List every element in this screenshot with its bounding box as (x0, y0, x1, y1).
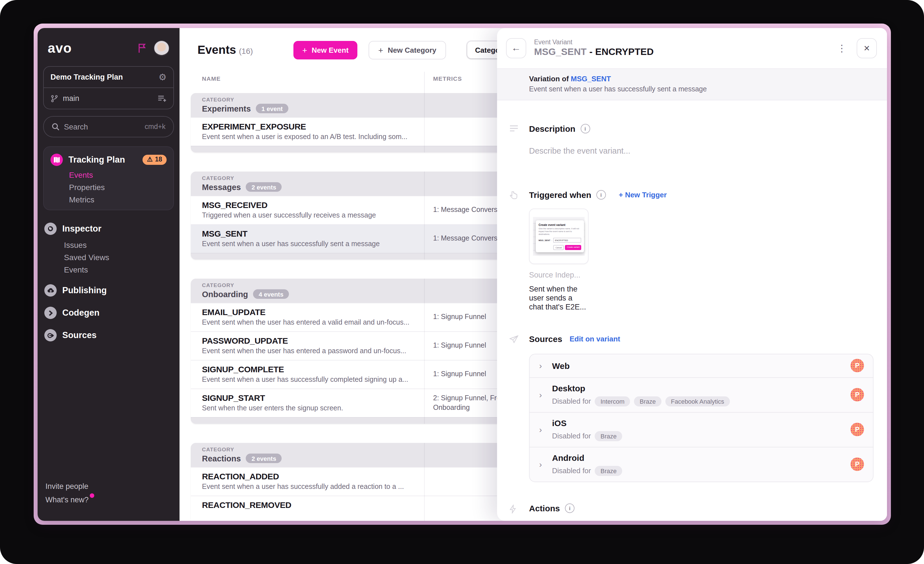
plus-icon: + (378, 45, 384, 55)
branch-icon (51, 94, 58, 102)
event-variant-drawer: ← Event Variant MSG_SENT- ENCRYPTED ⋮ ✕ (497, 28, 887, 521)
category-badge: 1 event (256, 104, 288, 113)
destination-tag: Facebook Analytics (665, 396, 730, 407)
paper-plane-icon (509, 335, 518, 344)
inspector-icon (44, 223, 57, 235)
chevron-right-icon[interactable]: › (539, 390, 542, 400)
sources-section: Sources Edit on variant › Web P (497, 334, 873, 482)
sidebar-item-properties[interactable]: Properties (69, 183, 166, 192)
plus-icon: + (302, 45, 308, 55)
back-button[interactable]: ← (506, 38, 526, 58)
destination-tag: Braze (634, 396, 662, 407)
main-area: Events(16) + New Event + New Category Ca… (180, 28, 887, 521)
sources-label: Sources (529, 334, 562, 344)
whats-new-link[interactable]: What's new? (45, 495, 88, 504)
tracking-plan-icon (51, 154, 63, 166)
sidebar-item-inspector-events[interactable]: Events (64, 265, 173, 274)
warning-icon: ⚠ (147, 156, 153, 164)
notification-dot (90, 494, 94, 498)
category-badge: 2 events (246, 182, 282, 192)
kebab-menu-icon[interactable]: ⋮ (835, 42, 849, 54)
tracking-plan-card: Tracking Plan ⚠ 18 Events Properties Met… (43, 146, 174, 210)
variation-band: Variation of MSG_SENT Event sent when a … (497, 69, 887, 100)
sidebar-item-inspector[interactable]: Inspector (44, 223, 173, 235)
category-badge: 2 events (246, 453, 282, 463)
sidebar-item-tracking-plan[interactable]: Tracking Plan ⚠ 18 (51, 154, 166, 166)
avatar[interactable] (154, 40, 170, 56)
variation-description: Event sent when a user has successfully … (529, 85, 876, 93)
description-section: Description i Describe the event variant… (497, 124, 873, 155)
sidebar-footer: Invite people What's new? (43, 482, 174, 521)
page-title: Events(16) (198, 43, 253, 57)
trigger-thumbnail[interactable]: Create event variant Give the variant a … (529, 209, 588, 264)
sidebar-item-events[interactable]: Events (69, 171, 166, 180)
drawer-title: MSG_SENT- ENCRYPTED (534, 46, 827, 58)
sidebar-item-sources[interactable]: Sources (44, 329, 173, 341)
codegen-label: Codegen (62, 308, 100, 318)
chevron-right-icon[interactable]: › (539, 460, 542, 469)
source-status-badge: P (850, 359, 864, 373)
new-trigger-link[interactable]: + New Trigger (619, 191, 667, 199)
sidebar-item-metrics[interactable]: Metrics (69, 195, 166, 204)
info-icon: i (565, 503, 574, 513)
edit-on-variant-link[interactable]: Edit on variant (569, 335, 620, 343)
drawer-body: Description i Describe the event variant… (497, 100, 887, 521)
new-event-button[interactable]: + New Event (293, 40, 358, 59)
branch-name: main (63, 94, 80, 103)
search-icon (52, 123, 60, 131)
chevron-right-icon[interactable]: › (539, 361, 542, 371)
destination-tag: Braze (595, 431, 622, 441)
trigger-label: Triggered when (529, 190, 591, 200)
category-name: Reactions (202, 454, 241, 463)
sidebar-item-codegen[interactable]: Codegen (44, 307, 173, 319)
sources-icon (44, 329, 57, 341)
info-icon: i (580, 124, 590, 133)
category-badge: 4 events (253, 289, 289, 299)
warning-count: 18 (155, 156, 162, 164)
new-category-button[interactable]: + New Category (369, 40, 446, 59)
column-metrics: METRICS (424, 75, 462, 82)
workspace-row[interactable]: Demo Tracking Plan ⚙ (44, 67, 173, 87)
pointer-icon (509, 191, 518, 200)
source-row-android[interactable]: › Android Disabled for Braze P (530, 447, 873, 482)
trigger-source-caption: Source Indep... (529, 271, 873, 279)
codegen-icon (44, 307, 57, 319)
new-branch-icon[interactable] (158, 94, 166, 102)
sidebar-item-publishing[interactable]: Publishing (44, 284, 173, 296)
drawer-header: ← Event Variant MSG_SENT- ENCRYPTED ⋮ ✕ (497, 28, 887, 69)
category-name: Messages (202, 183, 241, 191)
description-label: Description (529, 124, 575, 133)
window-frame: avo Demo Tracking Plan ⚙ (34, 24, 891, 525)
publishing-label: Publishing (62, 285, 106, 295)
gear-icon[interactable]: ⚙ (159, 73, 166, 82)
avo-logo: avo (48, 42, 72, 55)
source-status-badge: P (850, 458, 864, 471)
description-input[interactable]: Describe the event variant... (529, 146, 873, 155)
workspace-name: Demo Tracking Plan (51, 73, 123, 81)
app-window: avo Demo Tracking Plan ⚙ (38, 28, 887, 521)
inspector-label: Inspector (62, 224, 102, 234)
inspector-group: Inspector Issues Saved Views Events (43, 223, 174, 274)
column-name: NAME (191, 75, 424, 82)
lightning-icon (509, 504, 516, 513)
screenshot-stage: avo Demo Tracking Plan ⚙ (0, 0, 924, 564)
trigger-section: Triggered when i + New Trigger Create ev… (497, 190, 873, 312)
source-row-web[interactable]: › Web P (530, 354, 873, 377)
description-icon (509, 125, 518, 132)
tracking-plan-label: Tracking Plan (69, 155, 125, 165)
source-row-ios[interactable]: › iOS Disabled for Braze P (530, 412, 873, 447)
source-row-desktop[interactable]: › Desktop Disabled for Intercom Braze Fa… (530, 377, 873, 412)
sidebar-item-saved-views[interactable]: Saved Views (64, 253, 173, 262)
branch-row[interactable]: main (44, 87, 173, 109)
sources-card: › Web P › Desktop Disabled for Inte (529, 354, 873, 482)
destination-tag: Braze (595, 466, 622, 476)
workspace-box: Demo Tracking Plan ⚙ main (43, 66, 174, 109)
variation-link[interactable]: MSG_SENT (571, 75, 611, 83)
close-button[interactable]: ✕ (856, 38, 877, 58)
flag-icon[interactable] (138, 43, 147, 53)
chevron-right-icon[interactable]: › (539, 425, 542, 434)
invite-people-link[interactable]: Invite people (45, 482, 88, 491)
info-icon: i (596, 190, 606, 200)
sidebar-item-issues[interactable]: Issues (64, 241, 173, 250)
search-input[interactable]: Search cmd+k (43, 116, 174, 138)
